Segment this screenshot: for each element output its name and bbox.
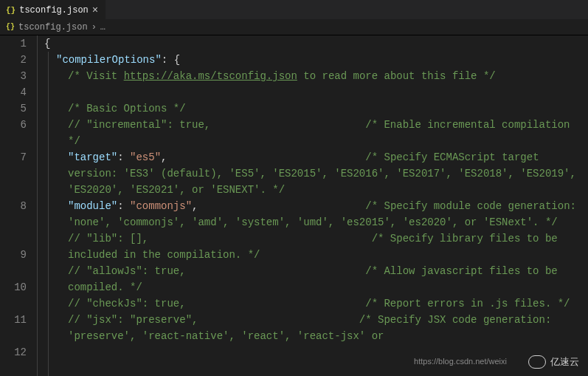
line-number: 12 [0, 344, 27, 376]
line-number: 7 [0, 149, 27, 198]
breadcrumb-filename: tsconfig.json [18, 22, 88, 33]
line-number: 3 [0, 68, 27, 84]
code-line: /* Visit https://aka.ms/tsconfig.json to… [44, 68, 588, 84]
code-line: /* Basic Options */ [44, 100, 588, 117]
brand-watermark: 亿速云 [528, 355, 579, 369]
line-number: 8 [0, 198, 27, 247]
breadcrumb-more: … [100, 22, 106, 33]
brand-text: 亿速云 [550, 355, 579, 369]
json-file-icon: {} [6, 23, 15, 31]
line-number: 4 [0, 84, 27, 100]
line-number: 11 [0, 312, 27, 344]
code-line: // "incremental": true, /* Enable increm… [44, 117, 588, 149]
code-line: // "jsx": "preserve", /* Specify JSX cod… [44, 312, 588, 344]
line-number: 6 [0, 117, 27, 149]
csdn-watermark: https://blog.csdn.net/weixi [414, 357, 507, 366]
code-line: // "allowJs": true, /* Allow javascript … [44, 263, 588, 295]
cloud-icon [528, 355, 546, 369]
line-number: 5 [0, 100, 27, 117]
code-line: // "checkJs": true, /* Report errors in … [44, 295, 588, 312]
tab-tsconfig[interactable]: {} tsconfig.json × [0, 0, 106, 19]
code-line [44, 84, 588, 100]
close-icon[interactable]: × [92, 5, 98, 16]
line-number: 2 [0, 52, 27, 68]
breadcrumb[interactable]: {} tsconfig.json › … [0, 19, 588, 35]
json-file-icon: {} [6, 6, 15, 15]
code-line: "compilerOptions": { [44, 52, 588, 68]
code-line: "target": "es5", /* Specify ECMAScript t… [44, 149, 588, 198]
line-gutter: 1 2 3 4 5 6 7 8 9 10 11 12 [0, 35, 37, 376]
code-line: "module": "commonjs", /* Specify module … [44, 198, 588, 230]
code-content[interactable]: { "compilerOptions": { /* Visit https://… [37, 35, 588, 376]
code-line: // "lib": [], /* Specify library files t… [44, 230, 588, 263]
tsconfig-link[interactable]: https://aka.ms/tsconfig.json [124, 70, 297, 82]
code-line: { [44, 35, 588, 52]
breadcrumb-sep: › [91, 22, 97, 33]
line-number: 10 [0, 279, 27, 312]
tab-bar: {} tsconfig.json × [0, 0, 588, 19]
line-number: 9 [0, 247, 27, 279]
tab-filename: tsconfig.json [19, 5, 89, 16]
code-editor[interactable]: 1 2 3 4 5 6 7 8 9 10 11 12 { "compilerOp… [0, 35, 588, 376]
line-number: 1 [0, 35, 27, 52]
